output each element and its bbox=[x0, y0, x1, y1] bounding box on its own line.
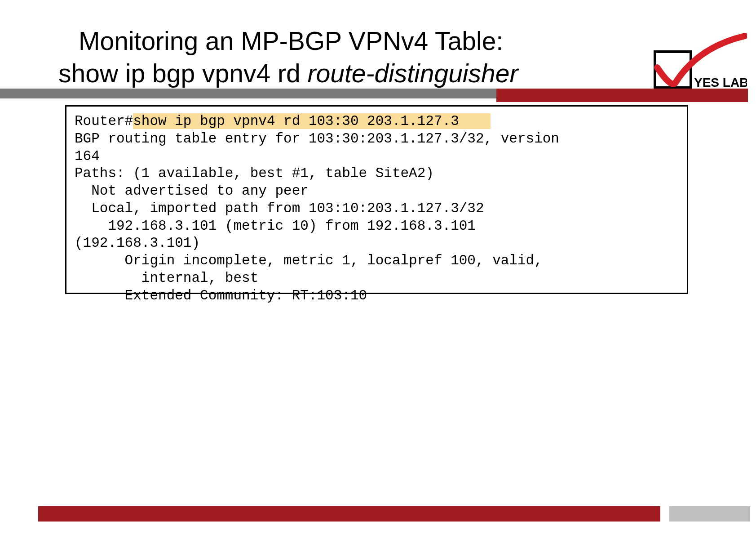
logo-text: YES LAB bbox=[694, 76, 747, 89]
command-output: BGP routing table entry for 103:30:203.1… bbox=[75, 130, 679, 305]
header-gray-bar bbox=[0, 89, 496, 98]
title-line-2-italic: route-distinguisher bbox=[308, 59, 518, 88]
footer-red-bar bbox=[38, 506, 660, 522]
command-line: Router#show ip bgp vpnv4 rd 103:30 203.1… bbox=[75, 113, 679, 130]
title-line-2: show ip bgp vpnv4 rd route-distinguisher bbox=[58, 58, 644, 88]
header-red-bar bbox=[496, 89, 748, 102]
title-line-1: Monitoring an MP-BGP VPNv4 Table: bbox=[79, 26, 644, 56]
prompt: Router# bbox=[75, 113, 133, 129]
command-highlighted: show ip bgp vpnv4 rd 103:30 203.1.127.3 bbox=[133, 113, 491, 129]
footer-gray-bar bbox=[669, 506, 750, 522]
code-output-box: Router#show ip bgp vpnv4 rd 103:30 203.1… bbox=[65, 105, 688, 294]
title-line-2-prefix: show ip bgp vpnv4 rd bbox=[58, 59, 308, 88]
